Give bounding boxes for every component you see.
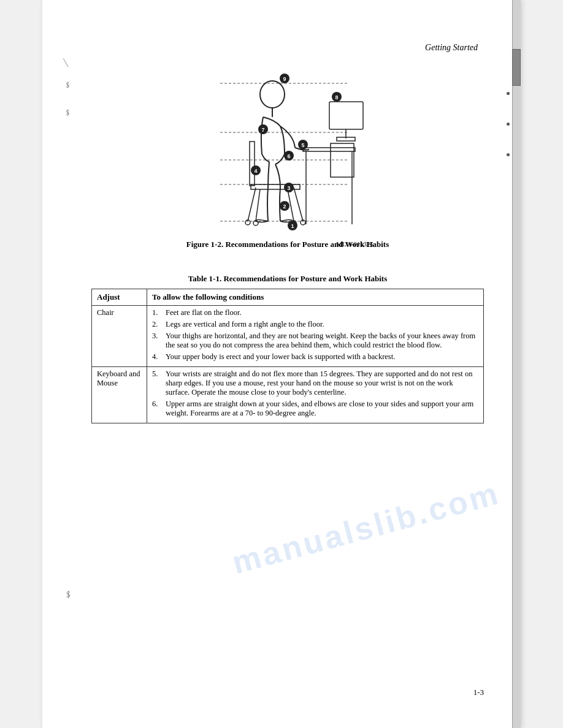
svg-line-9 [248,188,256,221]
posture-svg: 1 2 3 4 5 6 7 [190,65,386,237]
margin-mark-4: ﹩ [64,588,74,601]
page-header: Getting Started [91,43,484,53]
page-number: 1-3 [473,688,484,697]
conditions-cell: 1.Feet are flat on the floor.2.Legs are … [147,306,484,367]
condition-number: 4. [152,352,166,362]
condition-item: 5.Your wrists are straight and do not fl… [152,370,478,397]
svg-text:9: 9 [283,76,286,82]
page: ﹨ ﹩ ﹩ ﹩ Getting Started [42,0,521,728]
condition-item: 4.Your upper body is erect and your lowe… [152,352,478,362]
header-title: Getting Started [425,43,478,52]
condition-text: Your thighs are horizontal, and they are… [166,332,478,350]
svg-text:2: 2 [283,203,286,210]
posture-diagram: 1 2 3 4 5 6 7 [190,65,386,237]
condition-text: Your upper body is erect and your lower … [166,352,395,362]
svg-text:6: 6 [287,153,290,159]
svg-rect-18 [329,102,363,129]
svg-text:3: 3 [287,185,290,191]
margin-mark-3: ﹩ [64,107,72,118]
margin-dot-1 [507,92,510,95]
table-caption: Table 1-1. Recommendations for Posture a… [91,274,484,284]
condition-text: Upper arms are straight down at your sid… [166,400,478,418]
adjust-cell: Chair [92,306,147,367]
scrollbar[interactable] [512,0,521,728]
svg-text:4: 4 [254,168,257,174]
condition-number: 3. [152,332,166,341]
svg-text:8: 8 [335,94,338,100]
figure-mlq-label: MLO-011325 [190,240,386,248]
margin-mark-2: ﹩ [64,80,72,91]
svg-line-11 [256,189,260,221]
figure-container: 1 2 3 4 5 6 7 [91,65,484,262]
condition-number: 6. [152,400,166,409]
condition-number: 1. [152,308,166,317]
condition-text: Legs are vertical and form a right angle… [166,320,324,329]
table-row: Keyboard and Mouse5.Your wrists are stra… [92,367,484,423]
margin-mark-1: ﹨ [61,55,72,70]
watermark: manualslib.com [228,474,504,581]
adjust-cell: Keyboard and Mouse [92,367,147,423]
svg-text:1: 1 [291,223,294,229]
table-row: Chair1.Feet are flat on the floor.2.Legs… [92,306,484,367]
condition-item: 3.Your thighs are horizontal, and they a… [152,332,478,350]
col2-header: To allow the following conditions [147,289,484,306]
condition-number: 2. [152,320,166,329]
svg-rect-17 [303,148,355,151]
margin-dot-2 [507,123,510,126]
svg-text:7: 7 [261,127,264,133]
recommendations-table: Adjust To allow the following conditions… [91,289,484,423]
condition-number: 5. [152,370,166,379]
col1-header: Adjust [92,289,147,306]
condition-item: 1.Feet are flat on the floor. [152,308,478,317]
svg-rect-8 [250,142,255,186]
condition-item: 2.Legs are vertical and form a right ang… [152,320,478,329]
margin-dot-3 [507,153,510,156]
scrollbar-thumb[interactable] [512,49,521,86]
svg-point-5 [260,81,285,108]
condition-item: 6.Upper arms are straight down at your s… [152,400,478,418]
svg-line-10 [294,188,303,221]
condition-text: Feet are flat on the floor. [166,308,242,317]
conditions-cell: 5.Your wrists are straight and do not fl… [147,367,484,423]
condition-text: Your wrists are straight and do not flex… [166,370,478,397]
svg-text:5: 5 [301,142,304,148]
